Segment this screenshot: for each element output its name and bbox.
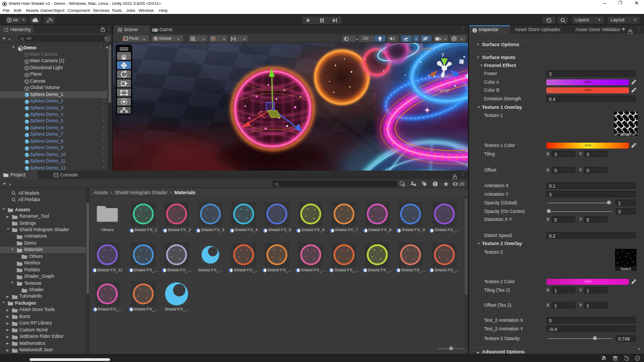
svg-text:Select: Select [620,132,631,136]
svg-text:y: y [442,51,444,57]
svg-text:‹ Persp: ‹ Persp [434,87,449,93]
svg-text:Select: Select [620,267,631,271]
svg-text:x: x [428,73,430,78]
